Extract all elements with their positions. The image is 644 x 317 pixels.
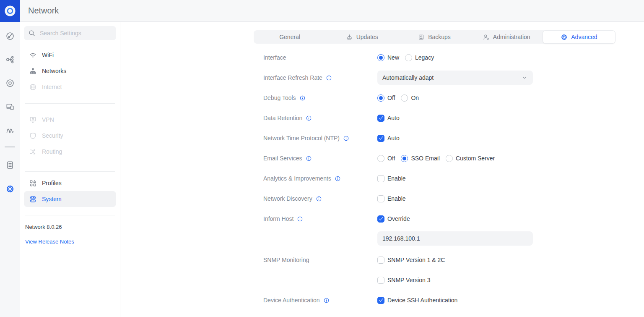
select-value: Automatically adapt	[382, 74, 434, 81]
setting-label: Inform Host	[263, 215, 293, 222]
info-icon-interface-refresh-rate[interactable]	[326, 75, 332, 81]
checkbox-option-snmp-version-1-2c[interactable]: SNMP Version 1 & 2C	[377, 257, 445, 264]
vpn-icon	[29, 116, 37, 124]
rail-item-unifi-devices[interactable]	[0, 78, 20, 89]
checkbox-auto[interactable]	[377, 135, 384, 142]
checkbox-enable[interactable]	[377, 175, 384, 182]
radio-sso-email[interactable]	[401, 155, 408, 162]
tab-administration[interactable]: Administration	[470, 30, 543, 44]
sidebar-item-wifi[interactable]: WiFi	[24, 47, 116, 63]
checkbox-option-snmp-version-3[interactable]: SNMP Version 3	[377, 277, 430, 284]
tab-updates[interactable]: Updates	[326, 30, 398, 44]
search-input[interactable]	[39, 29, 117, 37]
checkbox-snmp-version-3[interactable]	[377, 277, 384, 284]
info-icon-device-authentication[interactable]	[323, 297, 330, 304]
version-label: Network 8.0.26	[25, 224, 116, 230]
sidebar-item-label: System	[42, 196, 62, 202]
rail-item-topology[interactable]	[0, 54, 20, 65]
radio-label: Off	[387, 94, 395, 101]
checkbox-option-auto[interactable]: Auto	[377, 115, 400, 122]
insights-icon	[5, 126, 15, 135]
rail-item-dashboard[interactable]	[0, 31, 20, 42]
radio-option-off[interactable]: Off	[377, 155, 395, 162]
info-icon-debug-tools[interactable]	[299, 95, 306, 101]
radio-option-custom-server[interactable]: Custom Server	[446, 155, 495, 162]
radio-option-legacy[interactable]: Legacy	[405, 54, 434, 61]
radio-label: New	[387, 54, 399, 61]
checkbox-label: Device SSH Authentication	[387, 297, 457, 304]
unifi-logo-icon	[4, 5, 16, 17]
sidebar-item-networks[interactable]: Networks	[24, 63, 116, 79]
info-icon-email-services[interactable]	[306, 155, 312, 162]
system-icon	[29, 195, 37, 203]
radio-new[interactable]	[377, 54, 384, 61]
checkbox-snmp-version-1-2c[interactable]	[377, 257, 384, 264]
checkbox-option-override[interactable]: Override	[377, 215, 410, 223]
tab-advanced[interactable]: Advanced	[543, 30, 615, 44]
security-icon	[29, 132, 37, 140]
tab-label: Administration	[493, 34, 530, 40]
radio-option-off[interactable]: Off	[377, 94, 395, 102]
radio-label: Off	[387, 155, 395, 162]
radio-off[interactable]	[377, 155, 384, 162]
sidebar-item-vpn: VPN	[24, 112, 116, 128]
rail-divider	[5, 147, 15, 147]
sidebar-item-routing: Routing	[24, 144, 116, 160]
tab-backups[interactable]: Backups	[398, 30, 470, 44]
profiles-icon	[29, 179, 37, 187]
checkbox-option-auto[interactable]: Auto	[377, 135, 400, 142]
setting-row-email-services: Email ServicesOffSSO EmailCustom Server	[263, 148, 533, 168]
setting-row-snmp-monitoring: SNMP MonitoringSNMP Version 1 & 2CSNMP V…	[263, 250, 533, 290]
rail-item-insights[interactable]	[0, 125, 20, 136]
tab-label: Backups	[428, 34, 451, 40]
info-icon-network-discovery[interactable]	[316, 196, 322, 202]
sidebar-item-profiles[interactable]: Profiles	[24, 175, 116, 191]
rail-item-settings[interactable]	[0, 183, 20, 194]
info-icon-network-time-protocol-ntp[interactable]	[343, 135, 349, 141]
radio-custom-server[interactable]	[446, 155, 453, 162]
info-icon-analytics-improvements[interactable]	[335, 176, 341, 182]
rail-item-clients[interactable]	[0, 101, 20, 112]
setting-label: Email Services	[263, 155, 302, 162]
rail-item-system-log[interactable]	[0, 160, 20, 170]
checkbox-override[interactable]	[377, 215, 384, 223]
setting-row-network-discovery: Network DiscoveryEnable	[263, 189, 533, 209]
radio-option-sso-email[interactable]: SSO Email	[401, 155, 439, 162]
sidebar-item-label: Networks	[42, 68, 66, 74]
radio-option-on[interactable]: On	[401, 94, 419, 102]
info-icon-inform-host[interactable]	[297, 216, 303, 222]
radio-option-new[interactable]: New	[377, 54, 399, 61]
radio-on[interactable]	[401, 94, 408, 102]
setting-label: Analytics & Improvements	[263, 175, 331, 182]
sidebar-item-system[interactable]: System	[24, 191, 116, 207]
checkbox-option-device-ssh-authentication[interactable]: Device SSH Authentication	[377, 297, 457, 304]
sidebar-item-label: Routing	[42, 148, 62, 155]
tab-general[interactable]: General	[254, 30, 326, 44]
view-release-notes-link[interactable]: View Release Notes	[25, 238, 116, 245]
unifi-logo[interactable]	[0, 0, 20, 22]
radio-off[interactable]	[377, 94, 384, 102]
search-settings-box	[24, 26, 116, 40]
checkbox-label: Auto	[387, 135, 400, 141]
tab-label: Updates	[356, 34, 378, 40]
advanced-settings-form: InterfaceNewLegacyInterface Refresh Rate…	[263, 47, 533, 310]
setting-row-debug-tools: Debug ToolsOffOn	[263, 88, 533, 108]
checkbox-auto[interactable]	[377, 115, 384, 122]
settings-icon	[5, 184, 15, 194]
inform-host-input[interactable]	[377, 231, 533, 246]
checkbox-option-enable[interactable]: Enable	[377, 175, 406, 182]
sidebar-divider	[25, 215, 115, 215]
updates-icon	[346, 34, 353, 41]
sidebar-item-label: WiFi	[42, 52, 54, 58]
checkbox-device-ssh-authentication[interactable]	[377, 297, 384, 304]
checkbox-label: Enable	[387, 175, 406, 182]
info-icon-data-retention[interactable]	[306, 115, 312, 121]
checkbox-label: SNMP Version 1 & 2C	[387, 257, 445, 263]
select-interface-refresh-rate[interactable]: Automatically adapt	[377, 71, 533, 85]
checkbox-enable[interactable]	[377, 195, 384, 202]
radio-label: Custom Server	[456, 155, 495, 162]
radio-legacy[interactable]	[405, 54, 412, 61]
sidebar-item-label: Internet	[42, 84, 62, 90]
sidebar-item-security: Security	[24, 128, 116, 144]
checkbox-option-enable[interactable]: Enable	[377, 195, 406, 202]
